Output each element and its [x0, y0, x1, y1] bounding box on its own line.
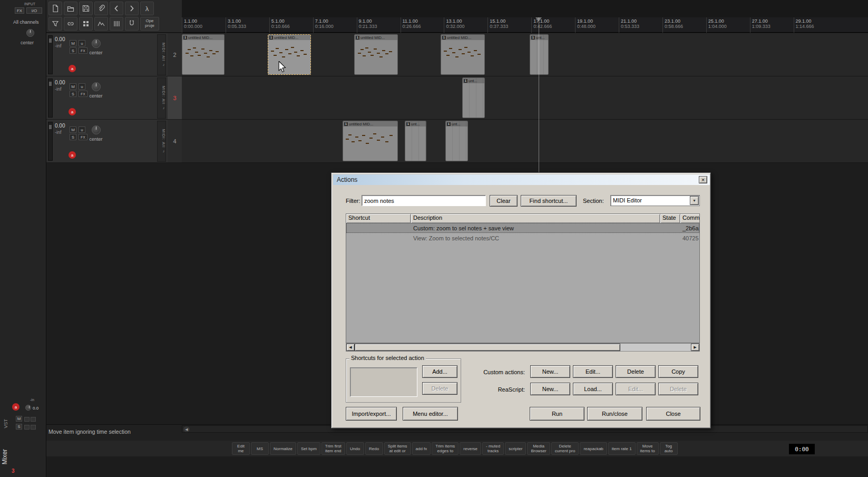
save-project-button[interactable] [79, 2, 93, 15]
master-mini-button[interactable] [24, 417, 30, 422]
record-arm-button[interactable]: a [69, 151, 76, 159]
open-project-button[interactable]: Ope proje [140, 17, 159, 31]
scrollbar-thumb[interactable] [355, 344, 620, 351]
custom-action-copy-button[interactable]: Copy [658, 365, 698, 378]
solo-button[interactable]: S [70, 91, 76, 97]
shortcuts-listbox[interactable] [350, 367, 417, 397]
find-shortcut-button[interactable]: Find shortcut... [521, 195, 577, 207]
snap-lines-button[interactable] [110, 17, 123, 31]
dialog-close-button[interactable]: × [699, 176, 707, 183]
toolbar-action-button[interactable]: Tog auto [660, 442, 678, 455]
media-item[interactable]: 1untitled MID... [343, 121, 398, 161]
media-item[interactable]: 1untitled MID... [268, 34, 311, 75]
master-record-arm-button[interactable]: a [12, 403, 19, 411]
master-mini-button[interactable] [31, 417, 36, 422]
link-button[interactable] [64, 17, 77, 31]
toolbar-action-button[interactable]: Normalize [270, 442, 296, 455]
paperclip-button[interactable] [94, 2, 108, 15]
custom-action-new-button[interactable]: New... [530, 365, 570, 378]
media-item[interactable]: 1untitled MID... [441, 34, 485, 75]
redo-button[interactable] [125, 2, 139, 15]
track-number[interactable]: 4 [168, 120, 182, 163]
column-header-command[interactable]: Command [680, 214, 700, 223]
master-pan-knob[interactable] [26, 29, 34, 37]
reascript-delete-button[interactable]: Delete [658, 383, 698, 395]
track-number[interactable]: 3 [168, 76, 182, 120]
action-row[interactable]: View: Zoom to selected notes/CC40725 [346, 233, 699, 243]
track-number[interactable]: 2 [168, 33, 182, 76]
run-button[interactable]: Run [530, 407, 584, 421]
volume-fader[interactable] [48, 122, 53, 161]
track-panel[interactable]: 0.00-infMSuFXcenteraMIDI: All ♪ [46, 76, 168, 120]
scroll-left-button[interactable]: ◀ [346, 344, 355, 351]
toolbar-action-button[interactable]: Media Browser [527, 442, 550, 455]
phase-button[interactable]: u [79, 40, 85, 46]
master-mute-button[interactable]: M [16, 416, 22, 422]
reascript-edit-button[interactable]: Edit... [616, 383, 656, 395]
record-arm-button[interactable]: a [69, 108, 76, 115]
column-header-shortcut[interactable]: Shortcut [346, 214, 411, 223]
add-shortcut-button[interactable]: Add... [422, 365, 457, 378]
toolbar-action-button[interactable]: Trim items edges to [432, 442, 459, 455]
toolbar-action-button[interactable]: scripter [505, 442, 526, 455]
master-strip-knob[interactable] [25, 405, 31, 411]
clear-button[interactable]: Clear [490, 195, 518, 207]
pan-knob[interactable] [92, 82, 101, 91]
solo-button[interactable]: S [70, 134, 76, 140]
metronome-button[interactable]: λ [140, 2, 154, 15]
magnet-button[interactable] [125, 17, 139, 31]
reascript-load-button[interactable]: Load... [573, 383, 613, 395]
track-lane[interactable] [182, 120, 868, 163]
toolbar-action-button[interactable]: MS [251, 442, 269, 455]
toolbar-action-button[interactable]: Delete current pro [551, 442, 579, 455]
column-header-state[interactable]: State [660, 214, 680, 223]
reascript-new-button[interactable]: New... [530, 383, 570, 395]
toolbar-action-button[interactable]: Redo [365, 442, 383, 455]
delete-shortcut-button[interactable]: Delete [422, 382, 457, 395]
track-panel[interactable]: 0.00-infMSuFXcenteraMIDI: All ♪ [46, 120, 168, 163]
column-header-description[interactable]: Description [411, 214, 660, 223]
toolbar-action-button[interactable]: item rate 1 [608, 442, 636, 455]
track-panel[interactable]: 0.00-infMSuFXcenteraMIDI: All ♪ [46, 33, 168, 76]
media-item[interactable]: 1untitled MID... [354, 34, 398, 75]
mixer-track-number[interactable]: 3 [12, 468, 15, 474]
toolbar-action-button[interactable]: Edit me [232, 442, 250, 455]
record-arm-button[interactable]: a [69, 65, 76, 72]
channels-label[interactable]: All channels [13, 20, 39, 25]
action-row[interactable]: Custom: zoom to sel notes + save view_2b… [346, 223, 699, 233]
new-project-button[interactable] [48, 2, 62, 15]
master-solo-button[interactable]: S [16, 424, 22, 430]
scroll-right-button[interactable]: ▶ [691, 344, 699, 351]
action-list-body[interactable]: Custom: zoom to sel notes + save view_2b… [346, 223, 699, 243]
mute-button[interactable]: M [70, 83, 76, 90]
master-fx-button[interactable]: FX [15, 7, 24, 14]
timeline-ruler[interactable]: 1.1.000:00.0003.1.000:05.3335.1.000:10.6… [182, 17, 868, 33]
arrange-scroll-left-button[interactable]: ◀ [183, 426, 190, 432]
run-close-button[interactable]: Run/close [587, 407, 642, 421]
toolbar-action-button[interactable]: reverse [460, 442, 481, 455]
pan-knob[interactable] [92, 125, 101, 134]
toolbar-action-button[interactable]: Undo [346, 442, 364, 455]
grid-button[interactable] [79, 17, 93, 31]
master-mini-button[interactable] [24, 425, 30, 430]
media-item[interactable]: 1unt... [530, 34, 549, 75]
filter-button[interactable] [48, 17, 62, 31]
toolbar-action-button[interactable]: Set bpm [297, 442, 320, 455]
custom-action-delete-button[interactable]: Delete [616, 365, 656, 378]
media-item[interactable]: 1unt... [462, 77, 485, 118]
section-dropdown[interactable]: MIDI Editor ▼ [610, 195, 700, 206]
chevron-down-icon[interactable]: ▼ [690, 196, 699, 205]
action-list-hscrollbar[interactable]: ◀ ▶ [346, 343, 700, 352]
toolbar-action-button[interactable]: - muted tracks [482, 442, 504, 455]
mute-button[interactable]: M [70, 126, 76, 133]
toolbar-action-button[interactable]: Move items to [637, 442, 659, 455]
solo-button[interactable]: S [70, 47, 76, 54]
volume-fader[interactable] [48, 35, 53, 74]
master-io-button[interactable]: I/O [26, 7, 42, 14]
toolbar-action-button[interactable]: Trim first item end [321, 442, 345, 455]
menu-editor-button[interactable]: Menu editor... [403, 407, 458, 421]
media-item[interactable]: 1unt... [445, 121, 468, 161]
mute-button[interactable]: M [70, 40, 76, 46]
media-item[interactable]: 1untitled MID... [182, 34, 225, 75]
media-item[interactable]: 1unt... [405, 121, 426, 161]
